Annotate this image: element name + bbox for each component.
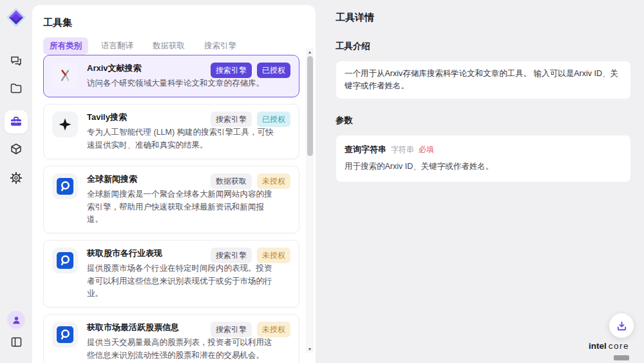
toolbox-icon <box>10 115 23 128</box>
auth-status-badge: 未授权 <box>257 322 290 337</box>
param-type: 字符串 <box>391 144 414 155</box>
tool-description: 访问各个研究领域大量科学论文和文章的存储库。 <box>87 77 275 90</box>
auth-status-badge: 未授权 <box>257 248 290 263</box>
intro-text: 一个用于从Arxiv存储库搜索科学论文和文章的工具。 输入可以是Arxiv ID… <box>345 69 618 90</box>
tool-list-panel: 工具集 所有类别 语言翻译 数据获取 搜索引擎 Arxiv文献搜索 访问各个研究… <box>32 5 316 363</box>
category-tab-1[interactable]: 语言翻译 <box>95 37 140 55</box>
category-badge: 搜索引擎 <box>211 248 252 263</box>
tool-description: 提供当天交易量最高的股票列表，投资者可以利用这些信息来识别流动性强的股票和潜在的… <box>87 337 275 362</box>
arxiv-logo-icon <box>52 63 78 88</box>
category-badge: 数据获取 <box>211 173 252 189</box>
news-search-blue-icon <box>52 173 78 199</box>
tool-description: 专为人工智能代理 (LLM) 构建的搜索引擎工具，可快速提供实时、准确和真实的结… <box>87 126 275 152</box>
sidebar-item-settings[interactable] <box>0 172 32 184</box>
download-icon <box>616 320 627 331</box>
news-search-blue-icon <box>52 248 78 273</box>
category-tabs: 所有类别 语言翻译 数据获取 搜索引擎 <box>43 37 243 55</box>
panel-layout-icon <box>10 336 23 348</box>
tavily-star-icon <box>52 112 78 137</box>
cube-icon <box>10 142 23 155</box>
category-badge: 搜索引擎 <box>211 63 252 78</box>
tool-card[interactable]: 获取市场最活跃股票信息 提供当天交易量最高的股票列表，投资者可以利用这些信息来识… <box>43 314 299 363</box>
auth-status-badge: 已授权 <box>257 112 290 127</box>
tool-card[interactable]: 全球新闻搜索 全球新闻搜索是一个聚合全球各大新闻网站内容的搜索引擎，帮助用户快速… <box>43 166 299 233</box>
diamond-logo-icon <box>6 8 26 27</box>
tool-description: 提供股票市场各个行业在特定时间段内的表现。投资者可以利用这些信息来识别表现优于或… <box>87 262 275 300</box>
scroll-up-arrow[interactable]: ▲ <box>306 48 314 55</box>
intro-heading: 工具介绍 <box>336 41 631 52</box>
scroll-thumb[interactable] <box>307 56 313 156</box>
brand-intel-text: intel <box>589 341 607 351</box>
gear-icon <box>10 172 23 184</box>
tool-card[interactable]: 获取股市各行业表现 提供股票市场各个行业在特定时间段内的表现。投资者可以利用这些… <box>43 240 299 308</box>
list-scrollbar[interactable]: ▲ ▼ <box>306 48 314 353</box>
params-heading: 参数 <box>336 115 631 126</box>
auth-status-badge: 未授权 <box>257 173 290 189</box>
user-icon <box>12 315 21 325</box>
details-title: 工具详情 <box>336 12 631 24</box>
download-button[interactable] <box>609 313 634 338</box>
app-logo[interactable] <box>0 8 32 27</box>
category-badge: 搜索引擎 <box>211 322 252 337</box>
sidebar-item-files[interactable] <box>0 82 32 95</box>
sidebar <box>0 0 32 363</box>
scroll-down-arrow[interactable]: ▼ <box>306 345 314 353</box>
brand-core-text: core <box>609 341 629 351</box>
auth-status-badge: 已授权 <box>257 63 290 78</box>
param-name: 查询字符串 <box>345 144 386 155</box>
intel-core-logo: intelcore <box>589 340 629 363</box>
category-tab-2[interactable]: 数据获取 <box>146 37 191 55</box>
category-badge: 搜索引擎 <box>211 112 252 127</box>
sidebar-item-packages[interactable] <box>0 142 32 155</box>
folder-icon <box>10 82 23 95</box>
chat-icon <box>10 54 23 67</box>
sidebar-item-chat[interactable] <box>0 54 32 67</box>
page-title: 工具集 <box>43 17 72 29</box>
category-tab-0[interactable]: 所有类别 <box>43 37 88 55</box>
sidebar-item-tools[interactable] <box>5 110 28 133</box>
intel-ultra-badge <box>614 355 629 360</box>
avatar <box>7 311 25 329</box>
param-required-flag: 必填 <box>419 144 434 155</box>
tool-card[interactable]: Arxiv文献搜索 访问各个研究领域大量科学论文和文章的存储库。 搜索引擎 已授… <box>43 55 299 97</box>
tool-description: 全球新闻搜索是一个聚合全球各大新闻网站内容的搜索引擎，帮助用户快速获取全球最新资… <box>87 188 275 226</box>
param-card: 查询字符串 字符串 必填 用于搜索的Arxiv ID、关键字或作者姓名。 <box>336 135 631 182</box>
sidebar-item-account[interactable] <box>0 311 32 329</box>
category-tab-3[interactable]: 搜索引擎 <box>198 37 243 55</box>
intro-card: 一个用于从Arxiv存储库搜索科学论文和文章的工具。 输入可以是Arxiv ID… <box>336 61 631 99</box>
sidebar-item-collapse[interactable] <box>0 336 32 348</box>
param-description: 用于搜索的Arxiv ID、关键字或作者姓名。 <box>345 161 622 172</box>
news-search-blue-icon <box>52 322 78 348</box>
tool-details-panel: 工具详情 工具介绍 一个用于从Arxiv存储库搜索科学论文和文章的工具。 输入可… <box>325 0 644 363</box>
tool-list: Arxiv文献搜索 访问各个研究领域大量科学论文和文章的存储库。 搜索引擎 已授… <box>43 55 299 363</box>
tool-card[interactable]: Tavily搜索 专为人工智能代理 (LLM) 构建的搜索引擎工具，可快速提供实… <box>43 104 299 159</box>
